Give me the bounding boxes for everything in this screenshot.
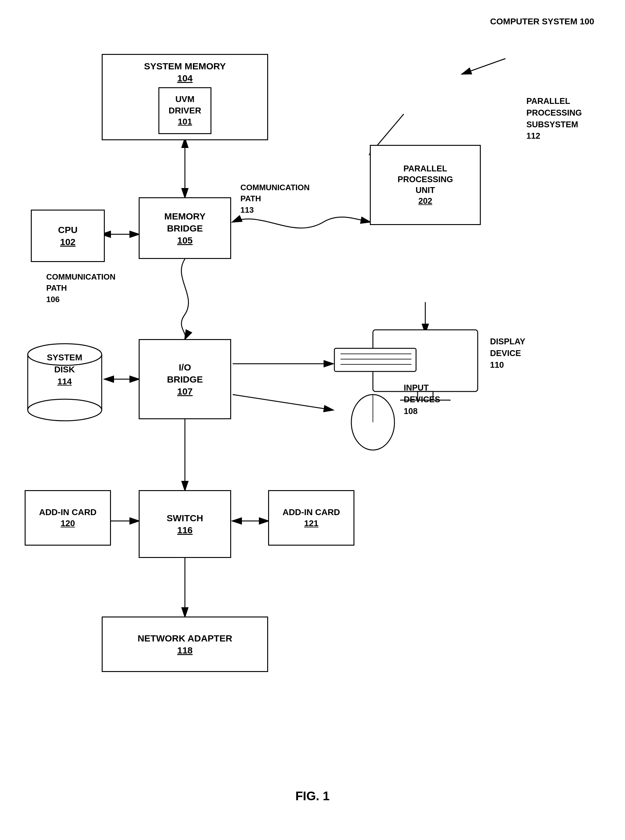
svg-line-12 <box>462 59 505 74</box>
system-disk-label: SYSTEMDISK114 <box>25 352 104 388</box>
io-bridge-box: I/O BRIDGE 107 <box>139 339 231 419</box>
comm-path-113-label: COMMUNICATIONPATH113 <box>240 182 310 215</box>
add-in-card-120-box: ADD-IN CARD 120 <box>25 490 111 546</box>
figure-label: FIG. 1 <box>295 789 330 803</box>
svg-rect-20 <box>334 348 416 372</box>
system-memory-box: SYSTEM MEMORY 104 UVM DRIVER 101 <box>102 54 268 140</box>
computer-system-label: COMPUTER SYSTEM 100 <box>490 16 594 28</box>
svg-point-19 <box>28 399 102 421</box>
parallel-processing-subsystem-label: PARALLELPROCESSINGSUBSYSTEM112 <box>526 96 582 142</box>
add-in-card-121-box: ADD-IN CARD 121 <box>268 490 354 546</box>
svg-line-7 <box>233 395 333 410</box>
display-device-label: DISPLAYDEVICE110 <box>490 336 525 371</box>
keyboard-svg <box>333 345 419 376</box>
comm-path-106-label: COMMUNICATIONPATH106 <box>46 271 115 305</box>
mouse-svg <box>348 385 398 453</box>
parallel-processing-unit-box: PARALLEL PROCESSING UNIT 202 <box>370 145 481 225</box>
cpu-box: CPU 102 <box>31 210 105 262</box>
diagram: COMPUTER SYSTEM 100 PARALLELPROCESSINGSU… <box>0 0 625 840</box>
input-devices-label: INPUTDEVICES108 <box>404 382 440 417</box>
memory-bridge-box: MEMORY BRIDGE 105 <box>139 197 231 259</box>
network-adapter-box: NETWORK ADAPTER 118 <box>102 616 268 672</box>
switch-box: SWITCH 116 <box>139 490 231 558</box>
